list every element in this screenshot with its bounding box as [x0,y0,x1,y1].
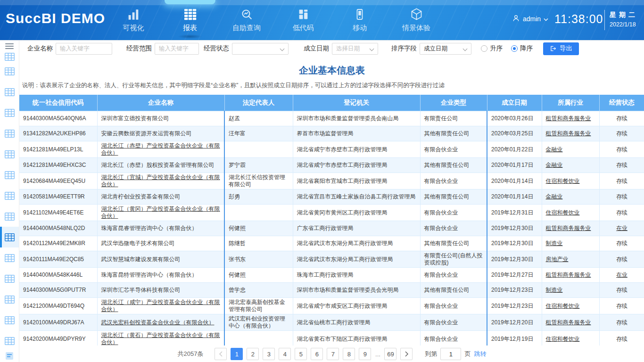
page-title: 企业基本信息表 [19,64,644,77]
sidebar-item-6[interactable] [0,144,19,165]
cell-status: 存续 [599,331,644,347]
industry-link[interactable]: 住宿和餐饮业 [546,303,580,309]
table-row: 91420111MA49E2QC85武汉智慧城市建设发展有限公司张书东湖北省武汉… [19,251,644,268]
sidebar-item-4[interactable] [0,102,19,123]
page-button-1[interactable]: 1 [231,348,243,360]
industry-link[interactable]: 租赁和商务服务业 [546,115,591,122]
page-button-69[interactable]: 69 [384,348,396,360]
sidebar-item-13[interactable] [0,289,19,310]
sidebar-item-15[interactable] [0,330,19,351]
cell-credit-code: 91341282MA2UKEHP86 [19,126,97,141]
sidebar-item-5[interactable] [0,123,19,144]
cell-industry: 租赁和商务服务业 [542,268,599,283]
sidebar-item-14[interactable] [0,310,19,330]
industry-link[interactable]: 金融业 [546,146,563,153]
page-button-4[interactable]: 4 [279,348,291,360]
industry-link[interactable]: 租赁和商务服务业 [546,319,591,326]
sort-asc-radio[interactable]: 升序 [481,44,503,53]
page-button-5[interactable]: 5 [295,348,307,360]
cell-credit-code: 91421200MA49DT694Q [19,298,97,314]
industry-link[interactable]: 住宿和餐饮业 [546,209,580,216]
cell-status: 存续 [599,111,644,126]
cell-establish-date: 2020年01月14日 [487,189,542,205]
export-label: 导出 [560,44,572,53]
company-name-link[interactable]: 湖北长江（咸宁）产业投资基金合伙企业（有限合伙） [101,299,220,313]
company-name-link[interactable]: 湖北长江（宜城）产业投资基金合伙企业（有限合伙） [101,174,220,188]
page-button-2[interactable]: 2 [247,348,259,360]
page-icon [5,351,14,361]
sidebar-item-16[interactable] [0,351,19,362]
industry-link[interactable]: 制造业 [546,240,563,247]
nav-item-mobile[interactable]: 移动 [331,0,388,40]
sidebar-item-7[interactable] [0,165,19,185]
page-button-6[interactable]: 6 [311,348,323,360]
business-scope-input[interactable] [155,43,199,55]
industry-link[interactable]: 金融业 [546,193,563,200]
user-menu[interactable]: admin [512,14,548,24]
sidebar-item-8[interactable] [0,185,19,206]
cell-company-type: 其他有限责任公司 [420,236,487,251]
industry-link[interactable]: 租赁和商务服务业 [546,225,591,231]
industry-link[interactable]: 金融业 [546,162,563,168]
nav-item-scenario-experience[interactable]: 情景体验 [388,0,445,40]
industry-link[interactable]: 房地产业 [546,256,569,263]
table-row: 91421281MA49ELP13L湖北长江（赤壁）产业投资基金合伙企业（有限合… [19,141,644,158]
cell-credit-code: 91440300MA5G0PUT7R [19,283,97,298]
cell-registry: 湖北省仙桃市工商行政管理局 [293,314,420,331]
status-link[interactable]: 在业 [616,225,627,231]
company-name-link[interactable]: 武汉光宏科创投资基金合伙企业（有限合伙） [101,319,215,326]
cell-credit-code: 91440400MA548K446L [19,268,97,283]
industry-link[interactable]: 制造业 [546,287,563,293]
table-report-icon [5,213,15,221]
cell-legal-rep: 湖北宏泰高新创投基金管理有限公司 [224,298,293,314]
jump-go-link[interactable]: 跳转 [474,350,486,358]
cell-company-name: 湖北长江（黄石）产业投资基金合伙企业（有限合伙） [97,331,224,347]
industry-link[interactable]: 住宿和餐饮业 [546,336,580,342]
company-name-input[interactable] [56,43,112,55]
sort-desc-radio[interactable]: 降序 [511,44,533,53]
cell-registry: 湖北省黄石市下陆区工商行政管理局 [293,331,420,347]
page-button-3[interactable]: 3 [263,348,275,360]
nav-label: 低代码 [293,24,314,33]
menu-icon[interactable] [0,41,19,50]
nav-item-low-code[interactable]: 低代码 [275,0,331,40]
nav-item-report[interactable]: 报表 [162,0,218,40]
chevron-down-icon [463,46,468,51]
export-icon [550,45,556,52]
establish-date-select[interactable]: 选择日期 [332,43,378,55]
company-name-link[interactable]: 湖北长江（黄冈）产业投资基金合伙企业（有限合伙） [101,206,220,219]
sidebar-item-2[interactable] [0,61,19,82]
table-report-icon [5,53,15,61]
sidebar-item-12[interactable] [0,268,19,289]
sidebar-item-11[interactable] [0,247,19,268]
cell-establish-date: 2019年12月19日 [487,331,542,347]
prev-page-button[interactable] [215,348,227,360]
column-header: 法定代表人 [224,95,293,111]
sort-field-select[interactable]: 成立日期 [420,43,471,55]
company-name-link[interactable]: 湖北长江（黄石）产业投资基金合伙企业（有限合伙） [101,332,220,346]
page-button-7[interactable]: 7 [327,348,339,360]
nav-item-self-service-query[interactable]: 自助查询 [218,0,275,40]
status-link[interactable]: 在业 [616,272,627,278]
sidebar-item-10[interactable] [0,227,19,247]
cell-establish-date: 2019年12月27日 [487,268,542,283]
sidebar-item-3[interactable] [0,82,19,102]
cell-company-type: 其他有限责任公司 [420,189,487,205]
export-button[interactable]: 导出 [543,42,579,55]
industry-link[interactable]: 租赁和商务服务业 [546,130,591,137]
cell-industry: 住宿和餐饮业 [542,298,599,314]
page-button-9[interactable]: 9 [359,348,371,360]
nav-item-visualization[interactable]: 可视化 [105,0,162,40]
company-name-link[interactable]: 湖北长江（赤壁）产业投资基金合伙企业（有限合伙） [101,142,220,156]
table-report-icon [5,171,15,179]
sidebar-item-9[interactable] [0,206,19,227]
date-label: 2022/1/18 [610,21,638,28]
page-button-8[interactable]: 8 [343,348,355,360]
business-status-select[interactable] [232,43,289,55]
sidebar-item-1[interactable] [0,50,19,61]
cell-industry: 金融业 [542,158,599,173]
industry-link[interactable]: 租赁和商务服务业 [546,272,591,278]
jump-page-input[interactable] [440,348,461,360]
industry-link[interactable]: 住宿和餐饮业 [546,178,580,184]
next-page-button[interactable] [400,348,413,360]
